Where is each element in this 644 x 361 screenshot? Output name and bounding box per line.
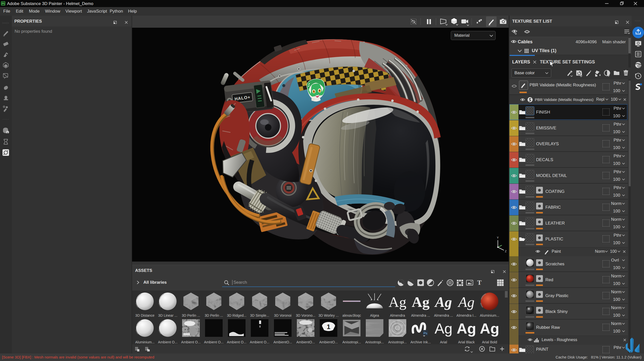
svg-text:AmbientO...: AmbientO... [319, 340, 338, 344]
svg-text:3D Worley ...: 3D Worley ... [318, 313, 339, 317]
svg-text:3D Simple...: 3D Simple... [250, 313, 269, 317]
svg-text:3D Distance: 3D Distance [135, 313, 154, 317]
svg-text:Aluminium...: Aluminium... [480, 313, 499, 317]
svg-text:Ag: Ag [457, 294, 474, 310]
svg-text:alexav3loqc: alexav3loqc [342, 313, 361, 317]
svg-text:T: T [477, 279, 481, 286]
svg-text:Anisotropi...: Anisotropi... [342, 340, 361, 344]
svg-text:Ag: Ag [457, 320, 476, 337]
svg-text:Ambient O...: Ambient O... [227, 340, 247, 344]
svg-text:3D Voronoi: 3D Voronoi [274, 313, 291, 317]
svg-text:Archive Ink...: Archive Ink... [411, 340, 431, 344]
svg-text:Ambient O...: Ambient O... [158, 340, 178, 344]
svg-text:Ps: Ps [423, 331, 427, 335]
svg-text:Aluminium...: Aluminium... [135, 340, 154, 344]
svg-text:AmbientO...: AmbientO... [273, 340, 292, 344]
svg-text:Almendra: Almendra [390, 313, 405, 317]
svg-text:3D Perlin ...: 3D Perlin ... [205, 313, 223, 317]
svg-text:Almendra ...: Almendra ... [411, 313, 430, 317]
svg-text:Ag: Ag [434, 294, 452, 310]
svg-text:Arial Bold: Arial Bold [482, 340, 497, 344]
svg-text:3D Ridged...: 3D Ridged... [227, 313, 247, 317]
svg-text:AmbientO...: AmbientO... [296, 340, 315, 344]
svg-text:Anisotropi...: Anisotropi... [365, 340, 384, 344]
svg-text:3D Perlin ...: 3D Perlin ... [182, 313, 200, 317]
svg-text:3D Linear ...: 3D Linear ... [158, 313, 177, 317]
svg-text:Y: Y [497, 236, 499, 239]
svg-text:1: 1 [327, 323, 330, 331]
svg-text:Ag: Ag [389, 294, 407, 310]
svg-text:3D Vorono...: 3D Vorono... [296, 313, 315, 317]
svg-text:Ag: Ag [412, 294, 430, 310]
svg-text:Arial Black: Arial Black [458, 340, 475, 344]
svg-text:Anisotropi...: Anisotropi... [388, 340, 407, 344]
svg-text:Ambient O...: Ambient O... [181, 340, 201, 344]
svg-text:Almendra I...: Almendra I... [456, 313, 476, 317]
svg-text:Ag: Ag [435, 320, 453, 337]
svg-text:Almendra ...: Almendra ... [434, 313, 453, 317]
svg-text:Z: Z [505, 250, 507, 253]
svg-text:Arial: Arial [440, 340, 447, 344]
svg-text:1: 1 [526, 31, 528, 33]
svg-text:Ag: Ag [480, 320, 499, 337]
svg-text:Ambient O...: Ambient O... [250, 340, 269, 344]
svg-text:Ambient O...: Ambient O... [204, 340, 224, 344]
svg-text:Algea: Algea [370, 313, 379, 317]
